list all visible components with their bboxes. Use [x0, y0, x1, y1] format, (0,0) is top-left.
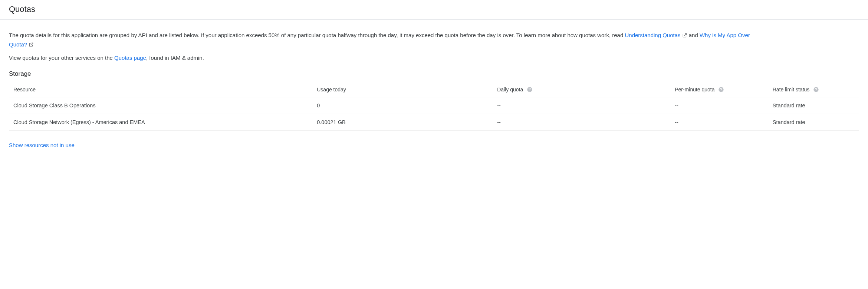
- col-header-minute-label: Per-minute quota: [675, 87, 714, 92]
- table-row: Cloud Storage Class B Operations 0 -- --…: [9, 97, 859, 114]
- external-link-icon: [29, 41, 34, 49]
- page-title: Quotas: [9, 4, 859, 14]
- col-header-resource: Resource: [9, 83, 312, 97]
- cell-usage: 0.00021 GB: [312, 114, 493, 130]
- quotas-page-link-label: Quotas page: [114, 55, 146, 61]
- table-header-row: Resource Usage today Daily quota Per-min…: [9, 83, 859, 97]
- intro2-before: View quotas for your other services on t…: [9, 55, 114, 61]
- intro-paragraph-2: View quotas for your other services on t…: [9, 53, 859, 62]
- main-content: The quota details for this application a…: [0, 20, 868, 149]
- cell-status: Standard rate: [768, 97, 859, 114]
- cell-status: Standard rate: [768, 114, 859, 130]
- intro-text-1: The quota details for this application a…: [9, 32, 625, 38]
- cell-minute: --: [670, 97, 768, 114]
- understanding-quotas-link-label: Understanding Quotas: [625, 32, 680, 38]
- quota-table: Resource Usage today Daily quota Per-min…: [9, 83, 859, 131]
- col-header-usage: Usage today: [312, 83, 493, 97]
- external-link-icon: [682, 32, 687, 40]
- help-icon[interactable]: [718, 87, 724, 92]
- storage-section-heading: Storage: [9, 70, 859, 78]
- col-header-minute: Per-minute quota: [670, 83, 768, 97]
- col-header-status: Rate limit status: [768, 83, 859, 97]
- cell-resource: Cloud Storage Class B Operations: [9, 97, 312, 114]
- table-row: Cloud Storage Network (Egress) - America…: [9, 114, 859, 130]
- intro-between: and: [689, 32, 700, 38]
- help-icon[interactable]: [527, 87, 533, 92]
- cell-daily: --: [493, 97, 670, 114]
- understanding-quotas-link[interactable]: Understanding Quotas: [625, 32, 687, 38]
- cell-minute: --: [670, 114, 768, 130]
- page-header: Quotas: [0, 0, 868, 20]
- intro2-after: , found in IAM & admin.: [146, 55, 204, 61]
- col-header-daily-label: Daily quota: [497, 87, 523, 92]
- show-resources-not-in-use-link[interactable]: Show resources not in use: [9, 142, 75, 148]
- col-header-status-label: Rate limit status: [773, 87, 810, 92]
- quotas-page-link[interactable]: Quotas page: [114, 55, 146, 61]
- intro-paragraph-1: The quota details for this application a…: [9, 31, 769, 50]
- cell-usage: 0: [312, 97, 493, 114]
- cell-daily: --: [493, 114, 670, 130]
- help-icon[interactable]: [813, 87, 819, 92]
- cell-resource: Cloud Storage Network (Egress) - America…: [9, 114, 312, 130]
- col-header-daily: Daily quota: [493, 83, 670, 97]
